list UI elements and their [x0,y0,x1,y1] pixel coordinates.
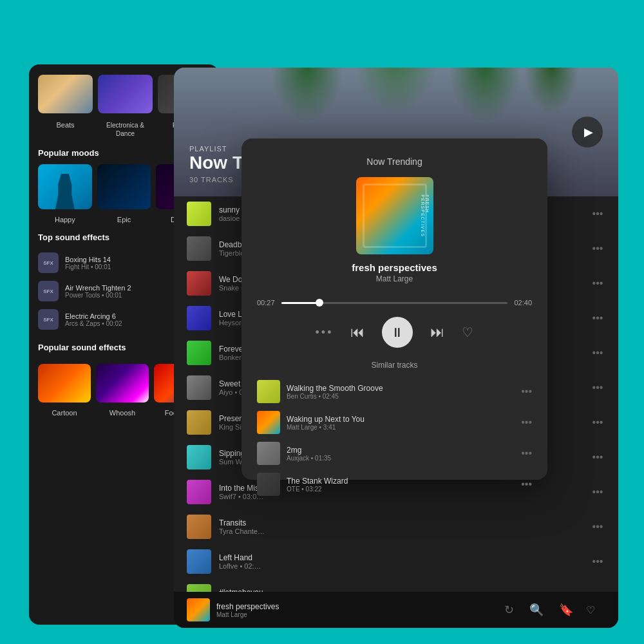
track-thumb-3 [187,271,211,296]
track-thumb-7 [187,410,211,435]
genre-label-beats: Beats [38,121,93,138]
similar-artist-4: OTE • 03:22 [287,486,515,493]
mood-epic[interactable] [97,164,151,209]
track-item-12[interactable]: #letmebeyou… Amaroo • 3:… ••• [174,579,618,592]
pop-sfx-whoosh[interactable] [96,364,149,402]
track-thumb-11 [187,549,211,574]
track-info-11: Left Hand Loflve • 02:… [219,553,582,570]
track-artist-10: Tyra Chante… [219,527,582,535]
similar-item-4[interactable]: The Stank Wizard OTE • 03:22 ••• [257,469,532,500]
track-thumb-6 [187,375,211,400]
sfx-badge-3: SFX [38,309,59,330]
similar-thumb-4 [257,473,280,496]
track-thumb-12 [187,584,211,592]
bottom-track-name: fresh perspectives [216,602,279,611]
similar-item-2[interactable]: Waking up Next to You Matt Large • 3:41 … [257,407,532,438]
similar-thumb-3 [257,442,280,465]
mood-happy[interactable] [38,164,92,209]
track-thumb-8 [187,445,211,469]
progress-row: 00:27 02:40 [257,299,532,307]
similar-tracks-title: Similar tracks [257,361,532,370]
bottom-bar: fresh perspectives Matt Large ↻ 🔍 🔖 ♡ [174,592,618,628]
similar-more-4[interactable]: ••• [521,478,532,490]
track-name-10: Transits [219,518,582,527]
similar-artist-1: Ben Curtis • 02:45 [287,393,515,400]
track-thumb-10 [187,515,211,539]
album-art [356,177,433,254]
mood-label-happy: Happy [38,216,92,223]
similar-artist-3: Auxjack • 01:35 [287,455,515,462]
similar-info-2: Waking up Next to You Matt Large • 3:41 [287,415,515,431]
player-heart-icon[interactable]: ♡ [462,325,473,340]
track-thumb-4 [187,306,211,330]
player-pause-button[interactable] [382,317,413,348]
track-more-8[interactable]: ••• [590,450,605,465]
time-total: 02:40 [514,299,532,307]
sfx-badge-1: SFX [38,252,59,273]
more-options-icon[interactable]: ••• [316,326,334,339]
progress-bar-fill [281,302,320,304]
mood-label-epic: Epic [97,216,151,223]
similar-name-4: The Stank Wizard [287,477,515,486]
track-item-11[interactable]: Left Hand Loflve • 02:… ••• [174,544,618,579]
heart-icon[interactable]: ♡ [586,604,595,616]
time-current: 00:27 [257,299,275,307]
similar-item-1[interactable]: Walking the Smooth Groove Ben Curtis • 0… [257,376,532,407]
genre-beats[interactable] [38,75,93,113]
track-artist-11: Loflve • 02:… [219,562,582,570]
progress-handle[interactable] [316,299,323,307]
sfx-badge-2: SFX [38,281,59,301]
bottom-nav: ↻ 🔍 🔖 [504,603,573,617]
similar-info-1: Walking the Smooth Groove Ben Curtis • 0… [287,384,515,400]
refresh-icon[interactable]: ↻ [504,603,514,617]
similar-name-1: Walking the Smooth Groove [287,384,515,393]
track-display-name: fresh perspectives [352,262,437,273]
track-more-2[interactable]: ••• [590,241,605,256]
player-controls: ••• ⏮ ⏭ ♡ [257,317,532,348]
similar-name-3: 2mg [287,446,515,455]
bottom-controls: ♡ [586,604,605,616]
similar-section: Similar tracks Walking the Smooth Groove… [257,361,532,500]
track-more-7[interactable]: ••• [590,415,605,430]
track-more-1[interactable]: ••• [590,206,605,222]
player-overlay: Now Trending fresh perspectives Matt Lar… [242,138,547,480]
pop-sfx-label-cartoon: Cartoon [38,409,91,417]
track-thumb-1 [187,202,211,226]
search-nav-icon[interactable]: 🔍 [529,603,544,617]
similar-info-3: 2mg Auxjack • 01:35 [287,446,515,462]
similar-info-4: The Stank Wizard OTE • 03:22 [287,477,515,493]
similar-more-2[interactable]: ••• [521,417,532,428]
similar-list: Walking the Smooth Groove Ben Curtis • 0… [257,376,532,500]
similar-thumb-2 [257,411,280,434]
next-button[interactable]: ⏭ [426,321,449,344]
bottom-album-art [187,598,210,621]
track-thumb-9 [187,480,211,504]
track-more-10[interactable]: ••• [590,519,605,535]
prev-button[interactable]: ⏮ [346,321,369,344]
similar-artist-2: Matt Large • 3:41 [287,424,515,431]
track-thumb-5 [187,341,211,365]
track-more-5[interactable]: ••• [590,345,605,361]
hero-play-button[interactable] [572,117,603,147]
pop-sfx-label-whoosh: Whoosh [96,409,149,417]
bottom-track-artist: Matt Large [216,611,279,618]
genre-electronica[interactable] [98,75,153,113]
track-more-4[interactable]: ••• [590,310,605,326]
pop-sfx-cartoon[interactable] [38,364,91,402]
progress-bar-track[interactable] [281,302,508,304]
similar-more-3[interactable]: ••• [521,448,532,459]
track-more-11[interactable]: ••• [590,554,605,569]
track-more-6[interactable]: ••• [590,380,605,395]
track-name-11: Left Hand [219,553,582,562]
bottom-track-text: fresh perspectives Matt Large [216,602,279,618]
similar-item-3[interactable]: 2mg Auxjack • 01:35 ••• [257,438,532,469]
track-more-3[interactable]: ••• [590,276,605,291]
track-more-9[interactable]: ••• [590,484,605,500]
track-item-10[interactable]: Transits Tyra Chante… ••• [174,509,618,544]
track-thumb-2 [187,236,211,261]
bookmark-nav-icon[interactable]: 🔖 [559,603,573,617]
genre-label-electronica: Electronica & Dance [98,121,153,138]
similar-name-2: Waking up Next to You [287,415,515,424]
similar-thumb-1 [257,380,280,403]
similar-more-1[interactable]: ••• [521,386,532,397]
